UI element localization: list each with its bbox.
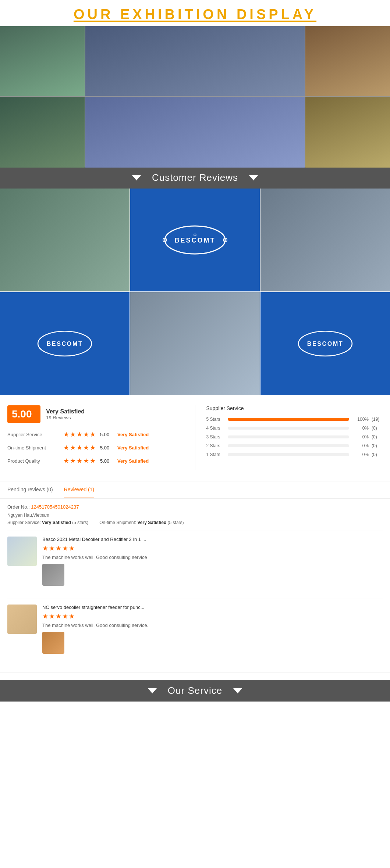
product-stars-2: ★ ★ ★ ★ ★ (42, 612, 383, 620)
score-value: 5.00 (12, 408, 32, 420)
customer-photos-grid: ⚙ BESCOMT BESCOMT BESCOMT (0, 189, 390, 394)
score-supplier: 5.00 (100, 432, 113, 437)
tab-pending[interactable]: Pending reviews (0) (7, 481, 53, 498)
bar-pct-1: 0% (352, 452, 369, 457)
product-info-2: NC servo decoller straightener feeder fo… (42, 605, 383, 654)
rating-row-supplier: Supplier Service ★ ★ ★ ★ ★ 5.00 Very Sat… (7, 430, 184, 438)
bar-label-2: 2 Stars (206, 443, 225, 448)
bar-track-5 (228, 418, 350, 421)
cr-photo-3 (130, 292, 260, 395)
bar-row-2: 2 Stars 0% (0) (206, 443, 383, 448)
cr-photo-1 (0, 189, 130, 291)
bescomt-logo-2: BESCOMT (35, 327, 94, 360)
bar-count-4: (0) (372, 426, 383, 431)
product-stars-1: ★ ★ ★ ★ ★ (42, 544, 383, 552)
bar-count-1: (0) (372, 452, 383, 457)
bar-track-3 (228, 435, 350, 438)
service-arrow-right (233, 688, 242, 693)
photo-4 (0, 97, 85, 168)
tabs-section: Pending reviews (0) Reviewed (1) (0, 481, 390, 499)
product-thumb-1 (7, 537, 37, 566)
product-review-1: Besco 2021 Metal Decoller and Rectifier … (7, 531, 383, 591)
product-name-1: Besco 2021 Metal Decoller and Rectifier … (42, 537, 383, 542)
review-photo-1 (42, 564, 64, 586)
on-time-value: Very Satisfied (138, 520, 167, 525)
bar-section-title: Supplier Service (206, 405, 383, 411)
bar-label-3: 3 Stars (206, 434, 225, 440)
stars-quality: ★ ★ ★ ★ ★ (63, 457, 96, 465)
bar-row-5: 5 Stars 100% (19) (206, 417, 383, 422)
bar-track-4 (228, 427, 350, 430)
bar-label-5: 5 Stars (206, 417, 225, 422)
banner-title: Customer Reviews (152, 172, 238, 183)
supplier-service-label: Supplier Service: Very Satisfied (5 star… (7, 520, 88, 525)
reviewer-info: Nguyen Hau,Vietnam (7, 513, 383, 518)
product-review-2: NC servo decoller straightener feeder fo… (7, 599, 383, 659)
review-photo-img-2 (42, 632, 64, 654)
svg-text:BESCOMT: BESCOMT (47, 341, 83, 347)
reviews-count: 19 Reviews (46, 415, 85, 420)
review-meta: Supplier Service: Very Satisfied (5 star… (7, 520, 383, 525)
order-label: Order No.: (7, 504, 30, 510)
bar-pct-3: 0% (352, 434, 369, 440)
photo-2 (85, 26, 305, 96)
bar-row-1: 1 Stars 0% (0) (206, 452, 383, 457)
status-supplier: Very Satisfied (117, 432, 149, 437)
order-number-row: Order No.: 124517054501024237 (7, 504, 383, 510)
score-ontime: 5.00 (100, 445, 113, 451)
service-arrow-left (148, 688, 157, 693)
order-number-link[interactable]: 124517054501024237 (31, 504, 79, 510)
bar-label-4: 4 Stars (206, 426, 225, 431)
cr-logo-1: ⚙ BESCOMT (130, 189, 260, 291)
bar-count-2: (0) (372, 443, 383, 448)
svg-text:BESCOMT: BESCOMT (175, 237, 216, 244)
product-thumb-img-1 (7, 537, 37, 566)
cr-logo-2: BESCOMT (0, 292, 130, 395)
product-comment-1: The machine works well. Good consulting … (42, 555, 383, 560)
photo-3 (305, 26, 390, 96)
service-banner-title: Our Service (168, 685, 222, 696)
status-quality: Very Satisfied (117, 458, 149, 464)
status-ontime: Very Satisfied (117, 445, 149, 451)
cr-photo-2 (260, 189, 390, 291)
service-banner: Our Service (0, 680, 390, 702)
satisfaction-label: Very Satisfied (46, 408, 85, 415)
supplier-service-stars: (5 stars) (72, 520, 88, 525)
rating-row-quality: Product Quality ★ ★ ★ ★ ★ 5.00 Very Sati… (7, 457, 184, 465)
product-thumb-img-2 (7, 605, 37, 634)
bar-row-3: 3 Stars 0% (0) (206, 434, 383, 440)
exhibition-header: OUR EXHIBITION DISPLAY (0, 0, 390, 26)
exhibition-title: OUR EXHIBITION DISPLAY (0, 7, 390, 22)
on-time-label: On-time Shipment: Very Satisfied (5 star… (99, 520, 184, 525)
bar-count-3: (0) (372, 434, 383, 440)
tab-reviewed[interactable]: Reviewed (1) (64, 481, 94, 498)
bescomt-logo-3: BESCOMT (296, 327, 355, 360)
bar-track-1 (228, 453, 350, 456)
review-photo-img-1 (42, 564, 64, 586)
bar-label-1: 1 Stars (206, 452, 225, 457)
rating-label-ontime: On-time Shipment (7, 445, 59, 451)
overall-score-container: 5.00/5 Very Satisfied 19 Reviews (7, 405, 184, 423)
banner-arrow-right (249, 175, 258, 180)
bar-fill-5 (228, 418, 350, 421)
order-section: Order No.: 124517054501024237 Nguyen Hau… (0, 499, 390, 672)
exhibition-photos (0, 26, 390, 167)
bar-pct-5: 100% (352, 417, 369, 422)
supplier-service-value: Very Satisfied (42, 520, 71, 525)
photo-6 (305, 97, 390, 168)
bar-row-4: 4 Stars 0% (0) (206, 426, 383, 431)
bar-pct-4: 0% (352, 426, 369, 431)
product-comment-2: The machine works well. Good consulting … (42, 623, 383, 628)
svg-text:BESCOMT: BESCOMT (307, 341, 344, 347)
cr-logo-3: BESCOMT (260, 292, 390, 395)
product-name-2: NC servo decoller straightener feeder fo… (42, 605, 383, 610)
rating-section: 5.00/5 Very Satisfied 19 Reviews Supplie… (0, 394, 390, 481)
stars-ontime: ★ ★ ★ ★ ★ (63, 444, 96, 452)
bar-pct-2: 0% (352, 443, 369, 448)
stars-supplier: ★ ★ ★ ★ ★ (63, 430, 96, 438)
on-time-stars: (5 stars) (168, 520, 184, 525)
score-quality: 5.00 (100, 458, 113, 464)
rating-label-quality: Product Quality (7, 458, 59, 464)
rating-row-ontime: On-time Shipment ★ ★ ★ ★ ★ 5.00 Very Sat… (7, 444, 184, 452)
photo-1 (0, 26, 85, 96)
